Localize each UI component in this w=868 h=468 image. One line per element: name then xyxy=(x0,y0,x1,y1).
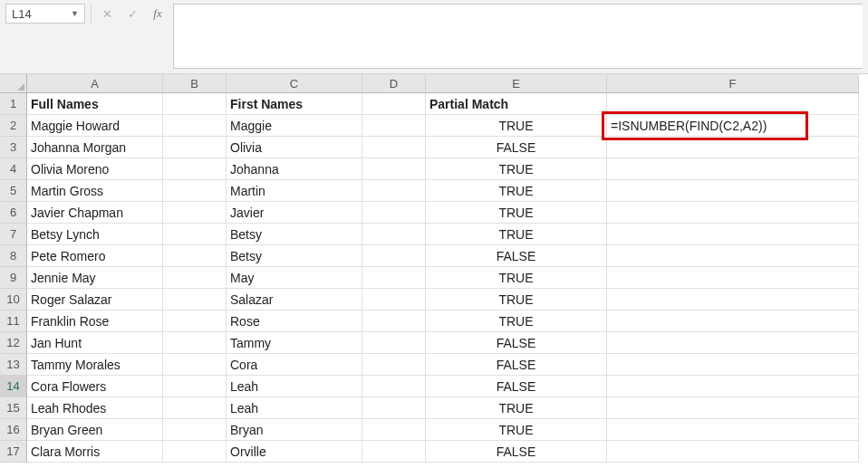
cell-B10[interactable] xyxy=(163,289,227,310)
row-header[interactable]: 17 xyxy=(0,441,27,463)
cell-C5[interactable]: Martin xyxy=(227,180,362,202)
cell-E5[interactable]: TRUE xyxy=(426,180,607,202)
cell-A7[interactable]: Betsy Lynch xyxy=(27,224,163,245)
column-header[interactable]: C xyxy=(227,74,362,93)
cell-E10[interactable]: TRUE xyxy=(426,289,607,310)
cell-F10[interactable] xyxy=(607,289,859,310)
cell-C16[interactable]: Bryan xyxy=(227,419,362,441)
cell-F13[interactable] xyxy=(607,354,859,376)
cell-E3[interactable]: FALSE xyxy=(426,137,607,158)
cell-C17[interactable]: Orville xyxy=(227,441,362,463)
row-header[interactable]: 1 xyxy=(0,93,27,115)
cell-D6[interactable] xyxy=(362,202,426,224)
cell-D5[interactable] xyxy=(362,180,426,202)
cell-C15[interactable]: Leah xyxy=(227,397,362,419)
cell-B11[interactable] xyxy=(163,310,227,332)
cell-F5[interactable] xyxy=(607,180,859,202)
column-header[interactable]: D xyxy=(362,74,426,93)
cell-B8[interactable] xyxy=(163,245,227,267)
name-box[interactable]: L14 ▼ xyxy=(5,4,85,24)
cell-D14[interactable] xyxy=(362,376,426,397)
cell-A15[interactable]: Leah Rhodes xyxy=(27,397,163,419)
row-header[interactable]: 5 xyxy=(0,180,27,202)
row-header[interactable]: 14 xyxy=(0,376,27,397)
cell-B12[interactable] xyxy=(163,332,227,354)
row-header[interactable]: 4 xyxy=(0,158,27,180)
row-header[interactable]: 13 xyxy=(0,354,27,376)
cell-D10[interactable] xyxy=(362,289,426,310)
cell-D7[interactable] xyxy=(362,224,426,245)
cell-F1[interactable] xyxy=(607,93,859,115)
row-header[interactable]: 7 xyxy=(0,224,27,245)
cell-B13[interactable] xyxy=(163,354,227,376)
cell-B3[interactable] xyxy=(163,137,227,158)
cell-C14[interactable]: Leah xyxy=(227,376,362,397)
row-header[interactable]: 8 xyxy=(0,245,27,267)
cell-E8[interactable]: FALSE xyxy=(426,245,607,267)
cell-C9[interactable]: May xyxy=(227,267,362,289)
cell-B15[interactable] xyxy=(163,397,227,419)
cell-C7[interactable]: Betsy xyxy=(227,224,362,245)
cell-F9[interactable] xyxy=(607,267,859,289)
cell-F6[interactable] xyxy=(607,202,859,224)
cell-E12[interactable]: FALSE xyxy=(426,332,607,354)
row-header[interactable]: 12 xyxy=(0,332,27,354)
cell-E6[interactable]: TRUE xyxy=(426,202,607,224)
cell-F8[interactable] xyxy=(607,245,859,267)
row-header[interactable]: 2 xyxy=(0,115,27,137)
row-header[interactable]: 10 xyxy=(0,289,27,310)
column-header[interactable]: B xyxy=(163,74,227,93)
cell-B17[interactable] xyxy=(163,441,227,463)
cell-C3[interactable]: Olivia xyxy=(227,137,362,158)
cell-B6[interactable] xyxy=(163,202,227,224)
cell-F14[interactable] xyxy=(607,376,859,397)
cell-A2[interactable]: Maggie Howard xyxy=(27,115,163,137)
column-header[interactable]: F xyxy=(607,74,859,93)
row-header[interactable]: 11 xyxy=(0,310,27,332)
cell-B9[interactable] xyxy=(163,267,227,289)
cell-B1[interactable] xyxy=(163,93,227,115)
cell-E14[interactable]: FALSE xyxy=(426,376,607,397)
cell-C11[interactable]: Rose xyxy=(227,310,362,332)
row-header[interactable]: 15 xyxy=(0,397,27,419)
chevron-down-icon[interactable]: ▼ xyxy=(71,9,79,18)
row-header[interactable]: 6 xyxy=(0,202,27,224)
cell-F11[interactable] xyxy=(607,310,859,332)
cell-D12[interactable] xyxy=(362,332,426,354)
cell-C4[interactable]: Johanna xyxy=(227,158,362,180)
cell-A1[interactable]: Full Names xyxy=(27,93,163,115)
cell-B14[interactable] xyxy=(163,376,227,397)
cell-E17[interactable]: FALSE xyxy=(426,441,607,463)
cell-C2[interactable]: Maggie xyxy=(227,115,362,137)
cell-C10[interactable]: Salazar xyxy=(227,289,362,310)
cell-D9[interactable] xyxy=(362,267,426,289)
cell-A12[interactable]: Jan Hunt xyxy=(27,332,163,354)
cell-E16[interactable]: TRUE xyxy=(426,419,607,441)
cell-E7[interactable]: TRUE xyxy=(426,224,607,245)
cell-E1[interactable]: Partial Match xyxy=(426,93,607,115)
cell-B2[interactable] xyxy=(163,115,227,137)
cell-A4[interactable]: Olivia Moreno xyxy=(27,158,163,180)
cell-C8[interactable]: Betsy xyxy=(227,245,362,267)
spreadsheet-grid[interactable]: ABCDEF1Full NamesFirst NamesPartial Matc… xyxy=(0,74,868,463)
cell-C1[interactable]: First Names xyxy=(227,93,362,115)
column-header[interactable]: E xyxy=(426,74,607,93)
cell-C13[interactable]: Cora xyxy=(227,354,362,376)
cell-F16[interactable] xyxy=(607,419,859,441)
cell-C12[interactable]: Tammy xyxy=(227,332,362,354)
cell-D1[interactable] xyxy=(362,93,426,115)
cell-A10[interactable]: Roger Salazar xyxy=(27,289,163,310)
cell-B16[interactable] xyxy=(163,419,227,441)
formula-input[interactable] xyxy=(173,4,863,69)
cell-F4[interactable] xyxy=(607,158,859,180)
cell-A16[interactable]: Bryan Green xyxy=(27,419,163,441)
cell-C6[interactable]: Javier xyxy=(227,202,362,224)
cell-A14[interactable]: Cora Flowers xyxy=(27,376,163,397)
cell-A17[interactable]: Clara Morris xyxy=(27,441,163,463)
cell-A3[interactable]: Johanna Morgan xyxy=(27,137,163,158)
cell-F17[interactable] xyxy=(607,441,859,463)
row-header[interactable]: 9 xyxy=(0,267,27,289)
cell-A13[interactable]: Tammy Morales xyxy=(27,354,163,376)
cell-A8[interactable]: Pete Romero xyxy=(27,245,163,267)
cell-D3[interactable] xyxy=(362,137,426,158)
